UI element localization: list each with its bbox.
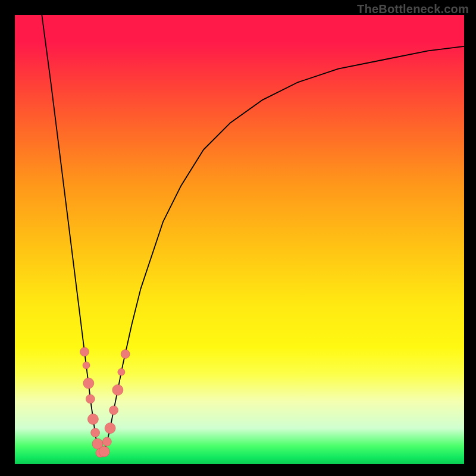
- bottleneck-curve: [42, 15, 464, 455]
- data-bead: [86, 394, 95, 403]
- watermark-text: TheBottleneck.com: [357, 2, 469, 16]
- data-bead: [105, 423, 115, 434]
- data-bead: [102, 437, 111, 446]
- data-bead: [121, 350, 130, 359]
- beads-right-group: [99, 350, 130, 457]
- data-bead: [99, 446, 109, 457]
- data-bead: [83, 362, 90, 369]
- beads-left-group: [80, 347, 105, 458]
- data-bead: [91, 428, 100, 437]
- data-bead: [118, 368, 125, 375]
- data-bead: [87, 414, 98, 425]
- data-bead: [109, 406, 118, 415]
- chart-frame: TheBottleneck.com: [0, 0, 476, 476]
- data-bead: [112, 384, 123, 395]
- data-bead: [80, 347, 89, 356]
- data-bead: [83, 378, 94, 389]
- chart-svg: [15, 15, 464, 464]
